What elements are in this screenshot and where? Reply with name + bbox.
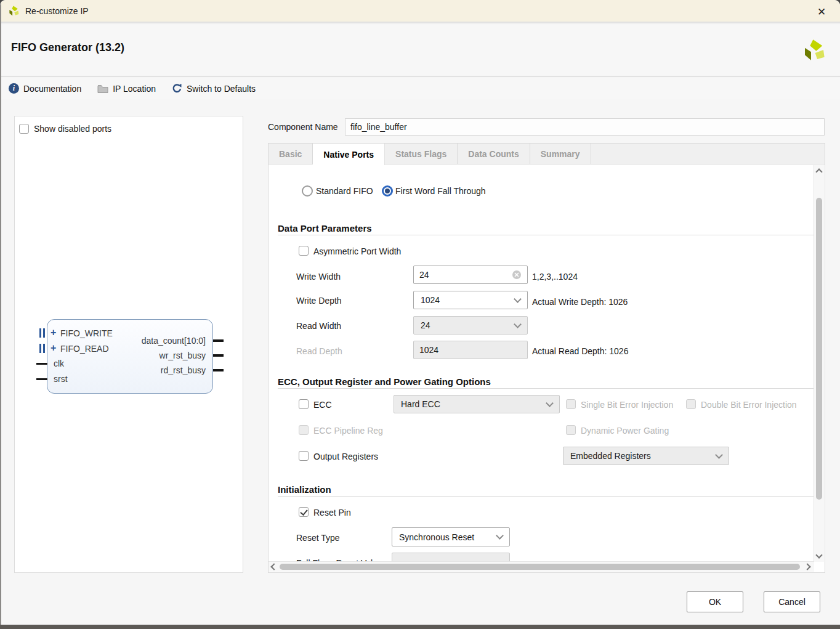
interface-label: FIFO_READ [60, 344, 109, 354]
expand-plus-icon[interactable]: + [50, 328, 56, 337]
bus-connector-icon [39, 344, 45, 353]
first-word-fall-through-radio[interactable] [382, 185, 393, 197]
output-registers-checkbox[interactable] [299, 451, 309, 461]
native-ports-content: Standard FIFO First Word Fall Through Da… [269, 164, 814, 562]
dynamic-power-gating-label: Dynamic Power Gating [581, 426, 669, 436]
pin-stub [36, 363, 47, 365]
bus-connector-icon [39, 328, 45, 338]
section-title-initialization: Initialization [278, 484, 331, 495]
ecc-label: ECC [313, 400, 332, 410]
vertical-scrollbar-thumb[interactable] [816, 198, 822, 500]
pin-label: data_count[10:0] [142, 336, 206, 346]
tab-summary[interactable]: Summary [530, 144, 591, 164]
reset-pin-checkbox[interactable] [299, 507, 309, 517]
reset-type-dropdown[interactable]: Synchronous Reset [392, 527, 510, 546]
pin-label: wr_rst_busy [160, 351, 206, 360]
section-title-ecc: ECC, Output Register and Power Gating Op… [278, 376, 491, 387]
ecc-pipeline-reg-checkbox [299, 425, 309, 435]
read-width-label: Read Width [296, 321, 341, 331]
ecc-pipeline-reg-label: ECC Pipeline Reg [313, 426, 383, 436]
single-bit-error-injection-label: Single Bit Error Injection [581, 400, 673, 410]
write-width-hint: 1,2,3,..1024 [532, 272, 578, 282]
standard-fifo-label: Standard FIFO [316, 186, 373, 196]
window-bottom-edge [0, 625, 840, 629]
write-width-label: Write Width [296, 272, 341, 282]
double-bit-error-injection-checkbox [686, 399, 696, 409]
pin-stub [213, 354, 224, 357]
section-divider [278, 388, 814, 389]
toolbar: i Documentation IP Location Switch to De… [0, 78, 840, 99]
chevron-down-icon [546, 399, 554, 407]
tab-data-counts[interactable]: Data Counts [458, 144, 530, 164]
expand-plus-icon[interactable]: + [50, 344, 56, 352]
component-name-label: Component Name [268, 122, 338, 132]
scroll-right-icon[interactable] [804, 563, 810, 570]
chevron-down-icon [715, 451, 723, 459]
write-depth-label: Write Depth [296, 296, 342, 306]
native-ports-panel: Standard FIFO First Word Fall Through Da… [268, 164, 825, 573]
scroll-up-icon[interactable] [815, 168, 822, 175]
actual-write-depth-note: Actual Write Depth: 1026 [532, 297, 628, 307]
horizontal-scrollbar-thumb[interactable] [280, 564, 800, 570]
standard-fifo-radio[interactable] [302, 185, 313, 197]
switch-to-defaults-button[interactable]: Switch to Defaults [172, 83, 256, 94]
asymmetric-port-width-checkbox[interactable] [299, 246, 309, 256]
section-divider [278, 235, 814, 235]
ecc-checkbox[interactable] [299, 399, 309, 409]
component-name-input[interactable] [345, 118, 825, 136]
ok-button[interactable]: OK [687, 591, 743, 612]
title-bar: Re-customize IP ✕ [0, 0, 840, 23]
write-depth-dropdown[interactable]: 1024 [413, 291, 528, 309]
dynamic-power-gating-checkbox [566, 425, 576, 435]
recustomize-ip-dialog: Re-customize IP ✕ FIFO Generator (13.2) … [0, 0, 840, 629]
cancel-button[interactable]: Cancel [764, 591, 820, 612]
xilinx-logo-icon [802, 36, 826, 63]
show-disabled-ports-checkbox[interactable] [19, 124, 29, 134]
ip-symbol-panel: Show disabled ports + FIFO_WRITE + FIFO_… [14, 116, 243, 573]
tab-status-flags[interactable]: Status Flags [385, 144, 458, 164]
pin-stub [36, 378, 47, 380]
chevron-down-icon [514, 295, 522, 303]
write-width-input[interactable]: 24 [413, 266, 528, 284]
read-depth-label: Read Depth [296, 346, 342, 356]
pin-stub [213, 369, 224, 371]
tab-native-ports[interactable]: Native Ports [313, 144, 385, 165]
output-registers-label: Output Registers [313, 452, 378, 461]
reset-type-label: Reset Type [296, 533, 340, 543]
actual-read-depth-note: Actual Read Depth: 1026 [532, 346, 628, 356]
window-edge [0, 0, 1, 625]
pin-label: srst [54, 374, 68, 384]
info-icon: i [9, 83, 19, 94]
first-word-fall-through-label: First Word Fall Through [395, 186, 486, 196]
xilinx-logo-icon [8, 5, 20, 17]
chevron-down-icon [514, 320, 522, 328]
pin-label: rd_rst_busy [161, 365, 206, 375]
ip-location-button[interactable]: IP Location [97, 84, 156, 94]
read-depth-input: 1024 [413, 341, 528, 359]
dialog-header: FIFO Generator (13.2) [0, 25, 840, 77]
window-title: Re-customize IP [25, 6, 89, 16]
dialog-body: Show disabled ports + FIFO_WRITE + FIFO_… [0, 99, 840, 625]
horizontal-scrollbar[interactable] [269, 561, 814, 572]
refresh-icon [172, 83, 182, 94]
interface-label: FIFO_WRITE [60, 328, 113, 338]
double-bit-error-injection-label: Double Bit Error Injection [701, 400, 797, 410]
documentation-button[interactable]: i Documentation [9, 83, 81, 94]
scroll-down-icon[interactable] [815, 551, 822, 558]
single-bit-error-injection-checkbox [566, 399, 576, 409]
reset-pin-label: Reset Pin [313, 508, 351, 517]
scroll-left-icon[interactable] [270, 563, 277, 570]
read-width-dropdown: 24 [413, 316, 528, 335]
pin-stub [213, 339, 224, 342]
pin-label: clk [54, 359, 64, 368]
vertical-scrollbar[interactable] [814, 165, 824, 562]
asymmetric-port-width-label: Asymmetric Port Width [313, 246, 401, 256]
tab-basic[interactable]: Basic [269, 144, 313, 164]
page-title: FIFO Generator (13.2) [11, 41, 124, 54]
chevron-down-icon [496, 532, 504, 540]
show-disabled-ports-label: Show disabled ports [34, 124, 111, 134]
close-icon[interactable]: ✕ [813, 4, 830, 20]
tab-bar: Basic Native Ports Status Flags Data Cou… [268, 143, 825, 164]
clear-icon[interactable] [512, 270, 522, 280]
section-divider [278, 496, 814, 497]
